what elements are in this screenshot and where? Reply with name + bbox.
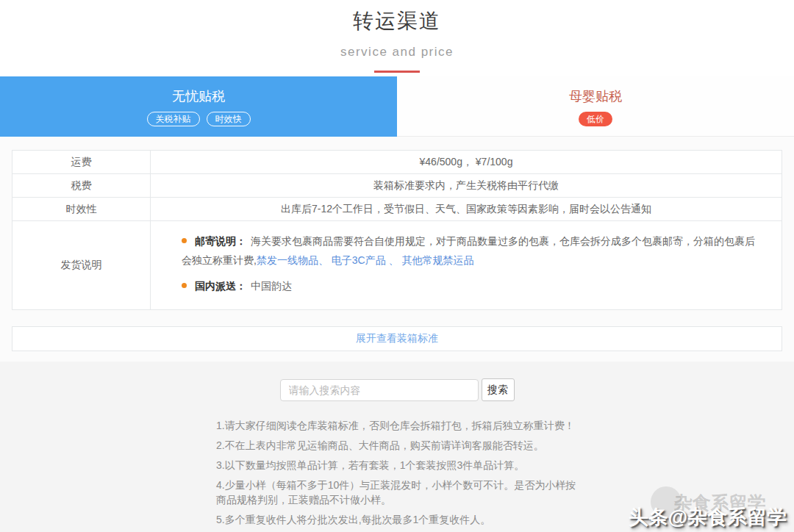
badge-tariff-subsidy: 关税补贴: [147, 112, 200, 126]
row-value: ¥46/500g， ¥7/100g: [151, 151, 782, 174]
tab-badges: 低价: [397, 112, 794, 126]
expand-packing-standard-button[interactable]: 展开查看装箱标准: [12, 326, 782, 351]
title-underline: [374, 71, 420, 73]
lower-section: 搜索 1.请大家仔细阅读仓库装箱标准，否则仓库会拆箱打包，拆箱后独立称重计费！ …: [0, 362, 794, 532]
note-item-4: 4.少量小样（每箱不多于10件）与正装混发时，小样个数可不计。是否为小样按商品规…: [216, 478, 578, 507]
channel-tabbar: 无忧贴税 关税补贴 时效快 母婴贴税 低价: [0, 76, 794, 137]
search-row: 搜索: [0, 378, 794, 401]
mailing-note-label: 邮寄说明：: [195, 235, 246, 247]
price-panel: 运费 ¥46/500g， ¥7/100g 税费 装箱标准要求内，产生关税将由平行…: [0, 137, 794, 362]
domestic-delivery-text: 中国韵达: [251, 280, 292, 292]
page-title: 转运渠道: [0, 7, 794, 35]
row-label: 时效性: [12, 198, 151, 221]
link-other-banned-goods[interactable]: 其他常规禁运品: [399, 254, 474, 266]
page-subtitle: service and price: [0, 45, 794, 60]
bullet-dot-icon: [182, 283, 187, 288]
tab-badges: 关税补贴 时效快: [0, 112, 397, 126]
link-3c-products[interactable]: 电子3C产品 、: [329, 254, 399, 266]
bullet-dot-icon: [182, 238, 187, 243]
table-row-shipping-notes: 发货说明 邮寄说明：海关要求包裹商品需要符合自使用规定，对于商品数量过多的包裹，…: [12, 221, 782, 310]
row-label: 税费: [12, 174, 151, 198]
mailing-note: 邮寄说明：海关要求包裹商品需要符合自使用规定，对于商品数量过多的包裹，仓库会拆分…: [182, 231, 764, 270]
search-input[interactable]: [280, 379, 479, 401]
tab-worry-free-tax[interactable]: 无忧贴税 关税补贴 时效快: [0, 76, 397, 137]
badge-low-price: 低价: [579, 112, 612, 126]
note-item-3: 3.以下数量均按照单品计算，若有套装，1个套装按照3件单品计算。: [216, 458, 578, 472]
row-value: 装箱标准要求内，产生关税将由平行代缴: [151, 174, 782, 198]
table-row-tax-fee: 税费 装箱标准要求内，产生关税将由平行代缴: [12, 174, 782, 198]
badge-fast-delivery: 时效快: [207, 112, 251, 126]
row-label: 运费: [12, 151, 151, 174]
table-row-shipping-fee: 运费 ¥46/500g， ¥7/100g: [12, 151, 782, 174]
page-header: 转运渠道 service and price: [0, 0, 794, 76]
domestic-delivery-note: 国内派送：中国韵达: [182, 276, 764, 295]
row-value: 邮寄说明：海关要求包裹商品需要符合自使用规定，对于商品数量过多的包裹，仓库会拆分…: [151, 221, 782, 310]
note-item-2: 2.不在上表内非常见运输商品、大件商品，购买前请详询客服能否转运。: [216, 438, 578, 453]
price-table: 运费 ¥46/500g， ¥7/100g 税费 装箱标准要求内，产生关税将由平行…: [12, 150, 782, 310]
link-prohibited-items[interactable]: 禁发一线物品、: [257, 254, 329, 266]
tab-label: 母婴贴税: [397, 87, 794, 105]
row-value: 出库后7-12个工作日，受节假日、天气、国家政策等因素影响，届时会以公告通知: [151, 198, 782, 221]
note-item-5: 5.多个重复收件人将分批次发出,每批次最多1个重复收件人。: [216, 512, 578, 527]
notes-list: 1.请大家仔细阅读仓库装箱标准，否则仓库会拆箱打包，拆箱后独立称重计费！ 2.不…: [216, 418, 578, 532]
note-item-1: 1.请大家仔细阅读仓库装箱标准，否则仓库会拆箱打包，拆箱后独立称重计费！: [216, 418, 578, 433]
table-row-timeliness: 时效性 出库后7-12个工作日，受节假日、天气、国家政策等因素影响，届时会以公告…: [12, 198, 782, 221]
domestic-delivery-label: 国内派送：: [195, 280, 246, 292]
tab-label: 无忧贴税: [0, 87, 397, 105]
row-label: 发货说明: [12, 221, 151, 310]
tab-mother-baby-tax[interactable]: 母婴贴税 低价: [397, 76, 794, 137]
search-button[interactable]: 搜索: [482, 378, 515, 401]
